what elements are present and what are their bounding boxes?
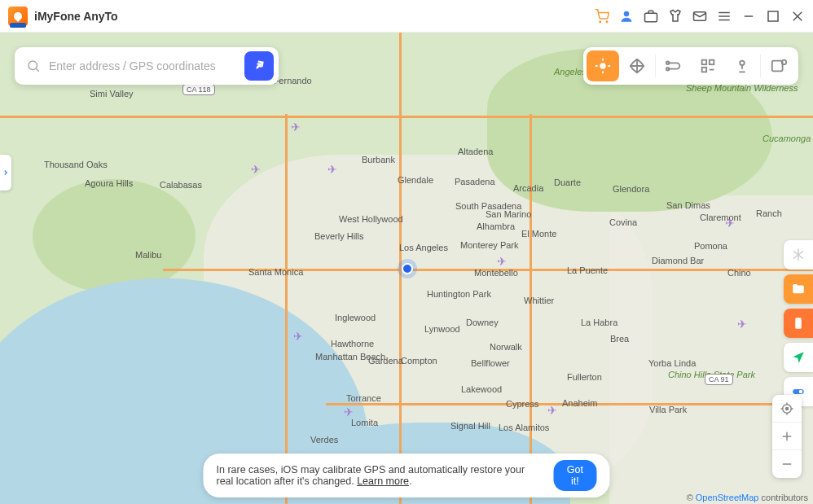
map-city-label: Pomona [694, 241, 727, 251]
search-input[interactable] [49, 59, 244, 72]
airport-icon: ✈ [251, 163, 261, 176]
map-city-label: Arcadia [513, 183, 543, 193]
map-label-forest: Cucamonga Wilderness [762, 134, 813, 143]
map-city-label: Montebello [474, 268, 518, 278]
map-city-label: Villa Park [649, 405, 687, 414]
map-city-label: Simi Valley [90, 89, 134, 99]
side-panel-toggle[interactable] [0, 155, 11, 191]
osm-link[interactable]: OpenStreetMap [696, 493, 759, 502]
airport-icon: ✈ [547, 404, 557, 417]
map-city-label: Lakewood [461, 384, 502, 394]
airport-icon: ✈ [293, 330, 303, 343]
map-city-label: Inglewood [335, 313, 376, 322]
map-city-label: Compton [401, 356, 437, 366]
search-go-button[interactable] [244, 51, 274, 81]
svg-rect-3 [645, 13, 657, 22]
map-city-label: Diamond Bar [652, 256, 704, 265]
current-location-marker [398, 259, 417, 278]
map-canvas[interactable]: Angeles National Forest Sheep Mountain W… [0, 33, 813, 504]
map-city-label: Whittier [524, 296, 554, 305]
svg-rect-9 [768, 11, 778, 21]
account-icon[interactable] [619, 9, 634, 24]
airport-icon: ✈ [497, 255, 507, 268]
airport-icon: ✈ [327, 163, 337, 176]
teleport-mode-button[interactable] [587, 50, 619, 81]
map-city-label: Beverly Hills [314, 231, 364, 241]
shirt-icon[interactable] [668, 9, 683, 24]
notice-bar: In rare cases, iOS may calibrate GPS and… [204, 454, 610, 497]
svg-point-2 [624, 11, 629, 16]
share-icon[interactable] [784, 343, 813, 372]
map-city-label: La Habra [581, 318, 617, 327]
map-city-label: Torrance [346, 393, 381, 403]
svg-point-27 [786, 407, 789, 410]
map-city-label: Lomita [351, 418, 378, 427]
map-city-label: Ranch [756, 208, 782, 218]
airport-icon: ✈ [737, 318, 747, 331]
map-city-label: Calabasas [160, 180, 202, 190]
map-city-label: Duarte [554, 177, 581, 187]
locate-me-button[interactable] [772, 395, 802, 423]
map-city-label: Agoura Hills [85, 178, 133, 188]
favorites-icon[interactable] [784, 274, 813, 304]
close-icon[interactable] [790, 9, 805, 24]
map-city-label: Malibu [135, 250, 161, 260]
map-city-label: Los Alamitos [499, 423, 549, 432]
route-shield: CA 118 [182, 84, 215, 95]
map-city-label: Signal Hill [450, 421, 490, 431]
svg-point-22 [782, 60, 787, 65]
minimize-icon[interactable] [741, 9, 756, 24]
jump-teleport-button[interactable] [726, 50, 758, 81]
map-city-label: Verdes [310, 435, 338, 445]
mode-toolbar [583, 47, 798, 85]
map-city-label: Gardena [368, 356, 403, 366]
svg-point-20 [740, 61, 745, 66]
svg-point-16 [666, 68, 670, 71]
svg-rect-17 [702, 60, 707, 65]
map-city-label: San Marino [486, 209, 531, 219]
cooldown-icon[interactable] [784, 240, 813, 270]
svg-rect-19 [702, 68, 707, 72]
import-gpx-button[interactable] [762, 50, 795, 81]
mail-icon[interactable] [692, 9, 707, 24]
map-city-label: Covina [609, 217, 637, 227]
map-city-label: Fullerton [567, 372, 602, 382]
map-city-label: Glendale [398, 175, 433, 185]
map-city-label: San Dimas [666, 200, 710, 210]
move-mode-button[interactable] [621, 50, 653, 81]
app-logo-icon [8, 7, 28, 26]
route-shield: CA 91 [705, 374, 733, 385]
map-city-label: Monterey Park [460, 240, 519, 250]
right-tool-column [784, 240, 813, 406]
svg-rect-21 [772, 61, 783, 72]
map-city-label: Cypress [506, 399, 538, 409]
briefcase-icon[interactable] [644, 9, 658, 24]
notice-text: In rare cases, iOS may calibrate GPS and… [217, 464, 543, 487]
map-city-label: El Monte [521, 229, 556, 239]
map-city-label: Burbank [362, 155, 395, 164]
search-bar [15, 47, 279, 85]
zoom-out-button[interactable] [772, 450, 802, 478]
cart-icon[interactable] [595, 9, 609, 24]
app-title: iMyFone AnyTo [34, 10, 118, 23]
svg-point-0 [600, 21, 601, 23]
map-city-label: Claremont [700, 213, 741, 222]
maximize-icon[interactable] [766, 9, 780, 24]
map-city-label: Chino [727, 268, 751, 278]
map-city-label: La Puente [567, 265, 608, 275]
map-city-label: Altadena [458, 147, 493, 156]
menu-icon[interactable] [717, 9, 732, 24]
learn-more-link[interactable]: Learn more [357, 476, 409, 487]
svg-rect-23 [795, 318, 802, 329]
device-icon[interactable] [784, 309, 813, 338]
airport-icon: ✈ [725, 217, 735, 230]
got-it-button[interactable]: Got it! [553, 460, 596, 491]
two-spot-mode-button[interactable] [657, 50, 690, 81]
map-city-label: Anaheim [562, 398, 597, 408]
map-city-label: Bellflower [471, 358, 510, 368]
map-city-label: Downey [466, 318, 499, 327]
map-city-label: Alhambra [477, 221, 515, 231]
airport-icon: ✈ [291, 121, 301, 134]
multi-spot-mode-button[interactable] [692, 50, 724, 81]
zoom-in-button[interactable] [772, 423, 802, 450]
